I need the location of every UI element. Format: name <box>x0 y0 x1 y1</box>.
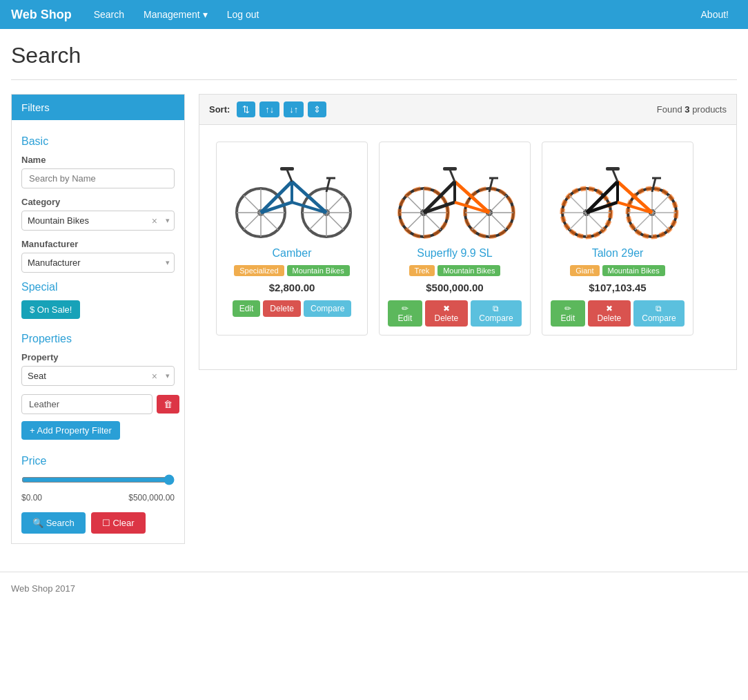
delete-property-button[interactable]: 🗑 <box>157 395 179 414</box>
property-clear-button[interactable]: × <box>148 371 161 382</box>
name-label: Name <box>21 155 175 165</box>
sort-label: Sort: <box>209 104 230 115</box>
product-actions: ✏ Edit ✖ Delete ⧉ Compare <box>388 300 522 327</box>
category-select[interactable]: Mountain Bikes Road Bikes <box>22 211 148 230</box>
svg-rect-45 <box>443 167 457 171</box>
edit-button[interactable]: ✏ Edit <box>388 300 422 327</box>
special-section-title: Special <box>21 281 175 293</box>
edit-button[interactable]: ✏ Edit <box>551 300 585 327</box>
navbar-brand[interactable]: Web Shop <box>11 8 72 22</box>
products-toolbar: Sort: ⇅ ↑↓ ↓↑ ⇕ Found 3 products <box>199 95 736 125</box>
sidebar: Filters Basic Name Category Mountain Bik… <box>11 94 185 544</box>
basic-section-title: Basic <box>21 135 175 148</box>
property-select-wrapper: Seat Frame × ▾ <box>21 366 175 386</box>
name-input[interactable] <box>21 168 175 188</box>
property-select[interactable]: Seat Frame <box>22 367 148 385</box>
sort-btn-4[interactable]: ⇕ <box>308 101 326 117</box>
on-sale-button[interactable]: On Sale! <box>21 300 80 319</box>
svg-rect-20 <box>280 167 294 171</box>
navbar-right: About! <box>693 9 737 20</box>
product-card: Camber Specialized Mountain Bikes $2,800… <box>216 142 368 336</box>
nav-logout[interactable]: Log out <box>219 2 268 27</box>
category-select-wrapper: Mountain Bikes Road Bikes × ▾ <box>21 211 175 231</box>
trash-icon: 🗑 <box>164 399 173 409</box>
product-actions: Edit Delete Compare <box>233 300 352 317</box>
property-value-row: 🗑 <box>21 394 175 414</box>
sort-btn-1[interactable]: ⇅ <box>237 101 255 117</box>
sidebar-body: Basic Name Category Mountain Bikes Road … <box>12 120 184 543</box>
price-range-labels: $0.00 $500,000.00 <box>21 493 175 503</box>
add-property-button[interactable]: Add Property Filter <box>21 421 120 440</box>
product-tags: Trek Mountain Bikes <box>409 265 501 276</box>
navbar-nav: Search Management Log out <box>86 2 693 27</box>
divider <box>11 79 737 80</box>
product-card: Talon 29er Giant Mountain Bikes $107,103… <box>542 142 693 336</box>
sort-controls: Sort: ⇅ ↑↓ ↓↑ ⇕ <box>209 101 326 117</box>
compare-button[interactable]: ⧉ Compare <box>633 300 685 327</box>
product-price: $500,000.00 <box>426 282 483 293</box>
delete-button[interactable]: ✖ Delete <box>588 300 631 327</box>
product-tags: Giant Mountain Bikes <box>570 265 665 276</box>
search-icon: 🔍 <box>32 518 46 528</box>
page-title: Search <box>11 43 737 68</box>
price-min: $0.00 <box>21 493 42 503</box>
tag-giant: Giant <box>570 265 599 276</box>
category-arrow-icon: ▾ <box>161 216 174 225</box>
tag-specialized: Specialized <box>234 265 284 276</box>
category-clear-button[interactable]: × <box>148 215 161 226</box>
edit-button[interactable]: Edit <box>233 300 261 317</box>
product-price: $2,800.00 <box>269 282 315 293</box>
products-panel: Sort: ⇅ ↑↓ ↓↑ ⇕ Found 3 products <box>199 94 737 370</box>
product-tags: Specialized Mountain Bikes <box>234 265 349 276</box>
tag-mountain: Mountain Bikes <box>437 265 500 276</box>
delete-button[interactable]: ✖ Delete <box>425 300 468 327</box>
delete-button[interactable]: Delete <box>263 300 301 317</box>
price-slider-container <box>21 474 175 487</box>
price-section-title: Price <box>21 455 175 467</box>
sort-btn-2[interactable]: ↑↓ <box>259 101 279 117</box>
product-name: Superfly 9.9 SL <box>417 247 492 260</box>
nav-search[interactable]: Search <box>86 2 132 27</box>
product-image-camber <box>226 150 357 240</box>
product-card: Superfly 9.9 SL Trek Mountain Bikes $500… <box>379 142 531 336</box>
tag-mountain: Mountain Bikes <box>602 265 665 276</box>
manufacturer-label: Manufacturer <box>21 239 175 249</box>
page-container: Search Filters Basic Name Category Mount… <box>0 29 748 558</box>
tag-trek: Trek <box>409 265 435 276</box>
products-grid: Camber Specialized Mountain Bikes $2,800… <box>199 125 736 352</box>
sidebar-header: Filters <box>12 95 184 120</box>
sort-btn-3[interactable]: ↓↑ <box>284 101 304 117</box>
svg-line-19 <box>287 170 292 182</box>
svg-line-69 <box>613 170 618 182</box>
product-actions: ✏ Edit ✖ Delete ⧉ Compare <box>551 300 685 327</box>
compare-button[interactable]: ⧉ Compare <box>471 300 522 327</box>
product-price: $107,103.45 <box>589 282 646 293</box>
manufacturer-select-wrapper: Manufacturer ▾ <box>21 253 175 273</box>
navbar: Web Shop Search Management Log out About… <box>0 0 748 29</box>
footer: Web Shop 2017 <box>0 572 748 605</box>
svg-line-44 <box>450 170 455 182</box>
product-image-superfly <box>389 150 520 240</box>
clear-icon: ☐ <box>102 518 113 528</box>
price-slider[interactable] <box>21 474 175 485</box>
manufacturer-select[interactable]: Manufacturer <box>22 253 161 272</box>
nav-about[interactable]: About! <box>693 2 737 27</box>
product-name: Talon 29er <box>592 247 644 260</box>
found-text: Found 3 products <box>657 104 727 115</box>
property-value-input[interactable] <box>21 394 152 414</box>
tag-mountain: Mountain Bikes <box>287 265 350 276</box>
property-arrow-icon: ▾ <box>161 371 174 380</box>
clear-button[interactable]: ☐ Clear <box>91 512 146 534</box>
search-button[interactable]: 🔍 Search <box>21 512 86 534</box>
properties-section-title: Properties <box>21 333 175 345</box>
product-image-talon <box>552 150 683 240</box>
footer-text: Web Shop 2017 <box>11 583 75 594</box>
nav-management[interactable]: Management <box>135 2 216 27</box>
compare-button[interactable]: Compare <box>304 300 351 317</box>
category-label: Category <box>21 197 175 207</box>
svg-rect-70 <box>606 167 620 171</box>
manufacturer-arrow-icon: ▾ <box>161 258 174 267</box>
product-name: Camber <box>273 247 312 260</box>
filter-actions: 🔍 Search ☐ Clear <box>21 512 175 534</box>
main-layout: Filters Basic Name Category Mountain Bik… <box>11 94 737 544</box>
